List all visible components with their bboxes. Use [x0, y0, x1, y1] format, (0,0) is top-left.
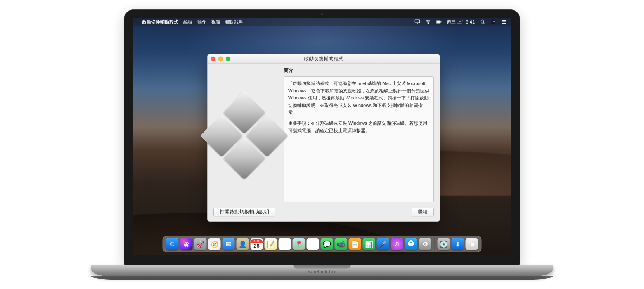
camera-dot [321, 13, 323, 15]
dock-item-mail[interactable]: ✉ [223, 238, 235, 250]
window-title: 啟動切換輔助程式 [304, 55, 343, 62]
dock: ☺◉🚀🧭✉👤11月28📝☑📍✿💬📹📄📊🎤♫🅐⚙💽⬇🗑 [163, 236, 482, 252]
window-traffic-lights [211, 57, 230, 61]
laptop-hinge: MacBook Pro [91, 265, 553, 276]
laptop-foot [91, 276, 553, 280]
desktop-screen: 啟動切換輔助程式 編輯 動作 視窗 輔助說明 週三 上 [133, 18, 511, 255]
svg-point-5 [481, 20, 483, 23]
continue-button[interactable]: 繼續 [412, 208, 434, 216]
window-main: 簡介 「啟動切換輔助程式」可協助您在 Intel 基準的 Mac 上安裝 Mic… [284, 68, 434, 202]
menubar-app-name[interactable]: 啟動切換輔助程式 [142, 19, 178, 25]
airplay-icon[interactable] [414, 19, 420, 25]
dock-item-safari[interactable]: 🧭 [208, 238, 221, 250]
dock-item-maps[interactable]: 📍 [293, 238, 305, 250]
svg-rect-3 [436, 21, 440, 23]
close-button[interactable] [211, 57, 215, 61]
dock-item-siri[interactable]: ◉ [180, 238, 193, 250]
window-footer: 打開啟動切換輔助說明 繼續 [208, 202, 440, 221]
minimize-button[interactable] [218, 57, 223, 61]
window-body: 簡介 「啟動切換輔助程式」可協助您在 Intel 基準的 Mac 上安裝 Mic… [208, 64, 440, 202]
dock-item-reminders[interactable]: ☑ [279, 238, 291, 250]
menubar-item-action[interactable]: 動作 [197, 19, 206, 25]
intro-heading: 簡介 [284, 67, 434, 74]
dock-item-trash[interactable]: 🗑 [466, 238, 478, 250]
open-help-button[interactable]: 打開啟動切換輔助說明 [213, 208, 275, 216]
window-sidebar-graphic [213, 68, 279, 202]
dock-item-finder[interactable]: ☺ [166, 238, 179, 250]
screen-bezel: 啟動切換輔助程式 編輯 動作 視窗 輔助說明 週三 上 [124, 9, 520, 265]
bootcamp-diamond-icon [215, 104, 277, 187]
menubar: 啟動切換輔助程式 編輯 動作 視窗 輔助說明 週三 上 [133, 18, 511, 26]
dock-item-contacts[interactable]: 👤 [237, 238, 249, 250]
svg-rect-4 [440, 21, 441, 23]
menubar-item-window[interactable]: 視窗 [211, 19, 220, 25]
dock-separator [434, 238, 435, 250]
dock-item-messages[interactable]: 💬 [321, 238, 333, 250]
intro-description-well: 「啟動切換輔助程式」可協助您在 Intel 基準的 Mac 上安裝 Micros… [284, 76, 434, 202]
macbook-frame: 啟動切換輔助程式 編輯 動作 視窗 輔助說明 週三 上 [116, 9, 528, 280]
menubar-item-edit[interactable]: 編輯 [183, 19, 192, 25]
menubar-left: 啟動切換輔助程式 編輯 動作 視窗 輔助說明 [137, 19, 244, 25]
dock-item-downloads[interactable]: ⬇ [452, 238, 464, 250]
intro-paragraph-1: 「啟動切換輔助程式」可協助您在 Intel 基準的 Mac 上安裝 Micros… [288, 80, 429, 116]
laptop-brand-label: MacBook Pro [307, 270, 336, 274]
dock-item-preferences[interactable]: ⚙ [419, 238, 431, 250]
notification-center-icon[interactable] [501, 19, 507, 25]
zoom-button[interactable] [226, 57, 230, 61]
dock-item-numbers[interactable]: 📊 [363, 238, 375, 250]
dock-item-itunes[interactable]: ♫ [391, 238, 403, 250]
wifi-icon[interactable] [425, 19, 431, 25]
intro-paragraph-2: 重要事項：在分割磁碟或安裝 Windows 之前請先備份磁碟。若您使用可攜式電腦… [288, 120, 429, 134]
siri-menubar-icon[interactable] [490, 19, 496, 25]
dock-item-appstore[interactable]: 🅐 [405, 238, 417, 250]
dock-item-facetime[interactable]: 📹 [335, 238, 347, 250]
dock-item-disk[interactable]: 💽 [438, 238, 450, 250]
svg-rect-0 [415, 20, 419, 23]
dock-item-calendar[interactable]: 11月28 [251, 238, 263, 250]
menubar-right: 週三 上午9:41 [414, 19, 507, 25]
svg-point-1 [428, 23, 429, 24]
dock-item-photos[interactable]: ✿ [307, 238, 319, 250]
dock-item-notes[interactable]: 📝 [265, 238, 277, 250]
dock-item-launchpad[interactable]: 🚀 [194, 238, 207, 250]
menubar-item-help[interactable]: 輔助說明 [225, 19, 244, 25]
spotlight-icon[interactable] [480, 19, 485, 25]
dock-item-pages[interactable]: 📄 [349, 238, 361, 250]
window-titlebar[interactable]: 啟動切換輔助程式 [208, 54, 440, 64]
battery-icon[interactable] [436, 19, 442, 25]
menubar-clock[interactable]: 週三 上午9:41 [447, 19, 475, 25]
bootcamp-assistant-window: 啟動切換輔助程式 簡介 「啟動切換輔助程式」可協 [207, 54, 440, 222]
dock-item-keynote[interactable]: 🎤 [377, 238, 389, 250]
